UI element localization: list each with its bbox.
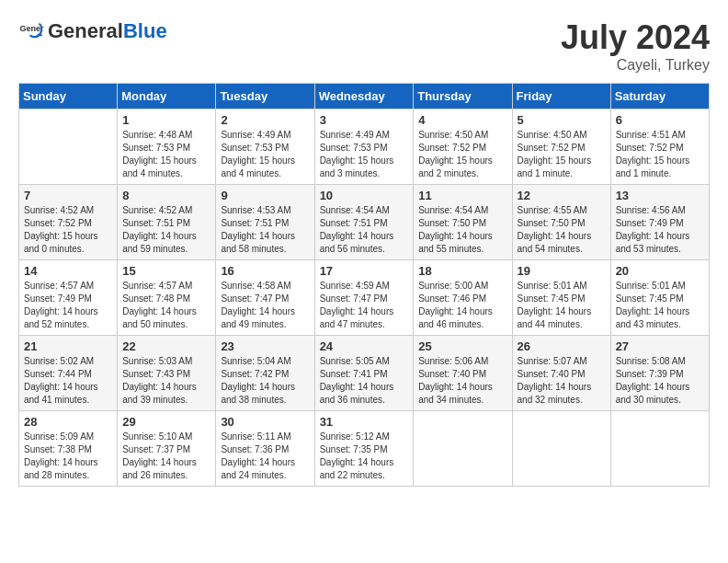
calendar-week-5: 28Sunrise: 5:09 AMSunset: 7:38 PMDayligh… [19, 411, 710, 487]
calendar-cell: 27Sunrise: 5:08 AMSunset: 7:39 PMDayligh… [610, 336, 709, 411]
day-info: Sunrise: 4:55 AMSunset: 7:50 PMDaylight:… [518, 204, 606, 256]
day-info: Sunrise: 5:09 AMSunset: 7:38 PMDaylight:… [24, 431, 112, 482]
logo-text: GeneralBlue [48, 19, 167, 43]
logo: General GeneralBlue [18, 18, 167, 44]
day-info: Sunrise: 4:57 AMSunset: 7:49 PMDaylight:… [24, 280, 112, 331]
day-number: 17 [320, 264, 409, 278]
day-info: Sunrise: 4:52 AMSunset: 7:52 PMDaylight:… [24, 204, 112, 256]
day-number: 13 [616, 189, 704, 202]
day-info: Sunrise: 4:49 AMSunset: 7:53 PMDaylight:… [221, 129, 309, 180]
day-number: 8 [122, 189, 210, 202]
logo-blue: Blue [123, 19, 167, 42]
day-header-monday: Monday [118, 84, 216, 109]
calendar-cell: 28Sunrise: 5:09 AMSunset: 7:38 PMDayligh… [19, 411, 118, 487]
calendar-cell: 9Sunrise: 4:53 AMSunset: 7:51 PMDaylight… [216, 185, 314, 260]
calendar-cell [414, 411, 512, 487]
day-number: 18 [418, 264, 506, 278]
calendar-table: SundayMondayTuesdayWednesdayThursdayFrid… [18, 83, 710, 487]
title-block: July 2024 Cayeli, Turkey [561, 18, 710, 74]
calendar-cell: 20Sunrise: 5:01 AMSunset: 7:45 PMDayligh… [610, 260, 709, 336]
day-number: 12 [518, 189, 606, 202]
calendar-cell [512, 411, 610, 487]
calendar-cell: 21Sunrise: 5:02 AMSunset: 7:44 PMDayligh… [19, 336, 118, 411]
day-info: Sunrise: 4:51 AMSunset: 7:52 PMDaylight:… [616, 129, 704, 180]
calendar-week-1: 1Sunrise: 4:48 AMSunset: 7:53 PMDaylight… [19, 109, 710, 185]
calendar-cell: 5Sunrise: 4:50 AMSunset: 7:52 PMDaylight… [512, 109, 610, 185]
day-number: 11 [418, 189, 506, 202]
calendar-cell: 8Sunrise: 4:52 AMSunset: 7:51 PMDaylight… [118, 185, 216, 260]
day-info: Sunrise: 4:50 AMSunset: 7:52 PMDaylight:… [418, 129, 506, 180]
calendar-cell: 17Sunrise: 4:59 AMSunset: 7:47 PMDayligh… [314, 260, 414, 336]
day-number: 31 [320, 415, 409, 429]
day-header-sunday: Sunday [19, 84, 118, 109]
day-info: Sunrise: 4:53 AMSunset: 7:51 PMDaylight:… [221, 204, 309, 256]
day-info: Sunrise: 5:06 AMSunset: 7:40 PMDaylight:… [418, 355, 506, 407]
day-number: 7 [24, 189, 112, 202]
calendar-week-4: 21Sunrise: 5:02 AMSunset: 7:44 PMDayligh… [19, 336, 710, 411]
logo-general: General [48, 19, 123, 42]
day-number: 1 [122, 113, 210, 127]
calendar-cell: 24Sunrise: 5:05 AMSunset: 7:41 PMDayligh… [314, 336, 414, 411]
day-number: 3 [320, 113, 409, 127]
day-info: Sunrise: 5:12 AMSunset: 7:35 PMDaylight:… [320, 431, 409, 482]
month-year: July 2024 [561, 18, 710, 57]
day-number: 22 [122, 339, 210, 353]
calendar-cell: 10Sunrise: 4:54 AMSunset: 7:51 PMDayligh… [314, 185, 414, 260]
calendar-header-row: SundayMondayTuesdayWednesdayThursdayFrid… [19, 84, 710, 109]
logo-icon: General [18, 18, 44, 44]
day-number: 20 [616, 264, 704, 278]
calendar-cell: 6Sunrise: 4:51 AMSunset: 7:52 PMDaylight… [610, 109, 709, 185]
day-info: Sunrise: 5:11 AMSunset: 7:36 PMDaylight:… [221, 431, 309, 482]
day-number: 30 [221, 415, 309, 429]
calendar-cell: 14Sunrise: 4:57 AMSunset: 7:49 PMDayligh… [19, 260, 118, 336]
calendar-cell: 30Sunrise: 5:11 AMSunset: 7:36 PMDayligh… [216, 411, 314, 487]
calendar-cell [610, 411, 709, 487]
calendar-cell: 19Sunrise: 5:01 AMSunset: 7:45 PMDayligh… [512, 260, 610, 336]
calendar-cell: 4Sunrise: 4:50 AMSunset: 7:52 PMDaylight… [414, 109, 512, 185]
day-info: Sunrise: 4:54 AMSunset: 7:51 PMDaylight:… [320, 204, 409, 256]
day-info: Sunrise: 5:07 AMSunset: 7:40 PMDaylight:… [518, 355, 606, 407]
day-number: 27 [616, 339, 704, 353]
calendar-cell: 3Sunrise: 4:49 AMSunset: 7:53 PMDaylight… [314, 109, 414, 185]
calendar-cell: 1Sunrise: 4:48 AMSunset: 7:53 PMDaylight… [118, 109, 216, 185]
page-header: General GeneralBlue July 2024 Cayeli, Tu… [18, 18, 710, 74]
day-number: 5 [518, 113, 606, 127]
day-number: 28 [24, 415, 112, 429]
calendar-cell: 11Sunrise: 4:54 AMSunset: 7:50 PMDayligh… [414, 185, 512, 260]
calendar-cell: 23Sunrise: 5:04 AMSunset: 7:42 PMDayligh… [216, 336, 314, 411]
calendar-cell: 12Sunrise: 4:55 AMSunset: 7:50 PMDayligh… [512, 185, 610, 260]
day-header-saturday: Saturday [610, 84, 709, 109]
day-header-friday: Friday [512, 84, 610, 109]
day-header-thursday: Thursday [414, 84, 512, 109]
calendar-cell: 18Sunrise: 5:00 AMSunset: 7:46 PMDayligh… [414, 260, 512, 336]
day-number: 19 [518, 264, 606, 278]
day-header-tuesday: Tuesday [216, 84, 314, 109]
day-info: Sunrise: 4:54 AMSunset: 7:50 PMDaylight:… [418, 204, 506, 256]
calendar-cell: 29Sunrise: 5:10 AMSunset: 7:37 PMDayligh… [118, 411, 216, 487]
calendar-week-2: 7Sunrise: 4:52 AMSunset: 7:52 PMDaylight… [19, 185, 710, 260]
day-number: 16 [221, 264, 309, 278]
day-info: Sunrise: 4:59 AMSunset: 7:47 PMDaylight:… [320, 280, 409, 331]
day-info: Sunrise: 4:48 AMSunset: 7:53 PMDaylight:… [122, 129, 210, 180]
calendar-cell: 22Sunrise: 5:03 AMSunset: 7:43 PMDayligh… [118, 336, 216, 411]
day-number: 29 [122, 415, 210, 429]
day-number: 15 [122, 264, 210, 278]
day-number: 24 [320, 339, 409, 353]
calendar-cell: 25Sunrise: 5:06 AMSunset: 7:40 PMDayligh… [414, 336, 512, 411]
day-number: 21 [24, 339, 112, 353]
day-number: 26 [518, 339, 606, 353]
day-info: Sunrise: 5:08 AMSunset: 7:39 PMDaylight:… [616, 355, 704, 407]
day-info: Sunrise: 4:56 AMSunset: 7:49 PMDaylight:… [616, 204, 704, 256]
day-number: 9 [221, 189, 309, 202]
day-info: Sunrise: 5:04 AMSunset: 7:42 PMDaylight:… [221, 355, 309, 407]
calendar-cell: 16Sunrise: 4:58 AMSunset: 7:47 PMDayligh… [216, 260, 314, 336]
calendar-cell: 2Sunrise: 4:49 AMSunset: 7:53 PMDaylight… [216, 109, 314, 185]
day-info: Sunrise: 5:10 AMSunset: 7:37 PMDaylight:… [122, 431, 210, 482]
calendar-cell: 15Sunrise: 4:57 AMSunset: 7:48 PMDayligh… [118, 260, 216, 336]
day-info: Sunrise: 4:49 AMSunset: 7:53 PMDaylight:… [320, 129, 409, 180]
calendar-cell: 31Sunrise: 5:12 AMSunset: 7:35 PMDayligh… [314, 411, 414, 487]
day-info: Sunrise: 4:58 AMSunset: 7:47 PMDaylight:… [221, 280, 309, 331]
day-info: Sunrise: 5:05 AMSunset: 7:41 PMDaylight:… [320, 355, 409, 407]
calendar-cell [19, 109, 118, 185]
day-header-wednesday: Wednesday [314, 84, 414, 109]
